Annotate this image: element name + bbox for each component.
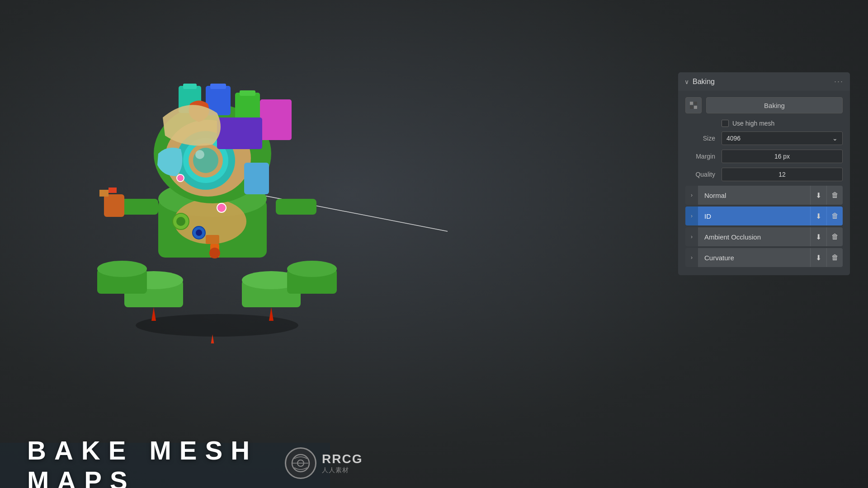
margin-input[interactable]: 16 px [722,150,843,163]
svg-marker-15 [269,307,274,321]
size-value: 4096 [726,135,741,142]
robot-scene [45,27,362,343]
svg-point-31 [195,150,204,159]
svg-point-10 [97,261,147,277]
svg-rect-43 [260,99,292,140]
baking-section-body: Baking Use high mesh Size 4096 ⌄ [678,91,850,275]
use-high-mesh-area: Use high mesh [722,120,843,127]
map-item-normal: › Normal ⬇ 🗑 [685,186,843,205]
baking-section-header[interactable]: ∨ Baking ··· [678,72,850,91]
svg-rect-45 [244,163,269,194]
svg-point-1 [136,314,298,337]
grid-cell-2 [694,102,697,105]
svg-rect-44 [217,117,262,149]
map-item-normal-download[interactable]: ⬇ [810,186,826,205]
grid-icon [690,102,697,109]
dot-indicator [176,174,184,182]
svg-rect-42 [240,90,255,96]
map-item-id-actions: ⬇ 🗑 [810,206,843,225]
map-item-curvature-expand[interactable]: › [685,248,698,267]
logo-area: RRCG 人人素材 [285,447,363,479]
map-item-ao: › Ambient Occlusion ⬇ 🗑 [685,227,843,246]
map-item-id-download[interactable]: ⬇ [810,206,826,225]
viewport: BAKE MESH MAPS RRCG 人人素材 [0,0,592,488]
map-item-curvature-label[interactable]: Curvature [698,248,810,267]
svg-point-33 [176,217,185,226]
svg-rect-23 [108,188,117,193]
logo-sub-text: 人人素材 [322,466,363,474]
svg-point-36 [217,203,226,212]
baking-section: ∨ Baking ··· Baking [678,72,850,275]
map-item-curvature-delete[interactable]: 🗑 [826,248,843,267]
size-dropdown-arrow: ⌄ [832,135,838,142]
baking-grid-icon-btn[interactable] [685,97,702,113]
map-item-ao-delete[interactable]: 🗑 [826,227,843,246]
size-row: Size 4096 ⌄ [685,131,843,145]
map-item-id-expand[interactable]: › [685,206,698,225]
map-item-ao-actions: ⬇ 🗑 [810,227,843,246]
chevron-down-icon: ∨ [684,78,689,85]
grid-cell-1 [690,102,693,105]
map-item-curvature: › Curvature ⬇ 🗑 [685,248,843,267]
grid-cell-4 [694,106,697,109]
right-panel: ∨ Baking ··· Baking [678,72,850,275]
svg-rect-21 [104,194,124,217]
map-item-ao-download[interactable]: ⬇ [810,227,826,246]
grid-cell-3 [690,106,693,109]
margin-label: Margin [685,153,722,160]
size-label: Size [685,135,722,142]
map-item-normal-delete[interactable]: 🗑 [826,186,843,205]
map-item-ao-label[interactable]: Ambient Occlusion [698,227,810,246]
svg-rect-24 [276,199,316,215]
baking-main-button[interactable]: Baking [706,97,843,113]
svg-rect-38 [210,84,226,89]
baking-btn-row: Baking [685,97,843,113]
use-high-mesh-row: Use high mesh [685,120,843,127]
svg-rect-46 [206,235,219,244]
svg-point-13 [287,261,337,277]
map-item-normal-expand[interactable]: › [685,186,698,205]
map-item-curvature-actions: ⬇ 🗑 [810,248,843,267]
map-item-normal-label[interactable]: Normal [698,186,810,205]
map-item-curvature-download[interactable]: ⬇ [810,248,826,267]
svg-rect-40 [183,84,197,89]
svg-marker-14 [151,307,156,321]
map-items-list: › Normal ⬇ 🗑 › ID ⬇ [685,186,843,267]
logo-text-block: RRCG 人人素材 [322,452,363,474]
logo-main-text: RRCG [322,452,363,466]
quality-value: 12 [778,171,786,178]
map-item-id-delete[interactable]: 🗑 [826,206,843,225]
margin-value: 16 px [774,153,790,160]
quality-row: Quality 12 [685,168,843,181]
svg-point-48 [209,248,220,258]
map-item-normal-actions: ⬇ 🗑 [810,186,843,205]
quality-input[interactable]: 12 [722,168,843,181]
map-item-ao-expand[interactable]: › [685,227,698,246]
use-high-mesh-checkbox[interactable] [722,120,729,127]
bake-text-overlay: BAKE MESH MAPS [0,443,330,488]
map-item-id-label[interactable]: ID [698,206,810,225]
section-options-icon[interactable]: ··· [834,77,844,86]
svg-point-35 [196,230,202,236]
map-item-id: › ID ⬇ 🗑 [685,206,843,225]
svg-rect-22 [99,190,108,197]
size-dropdown[interactable]: 4096 ⌄ [722,131,843,145]
section-header-left: ∨ Baking [684,78,715,86]
margin-row: Margin 16 px [685,150,843,163]
quality-label: Quality [685,171,722,178]
logo-circle [285,447,316,479]
baking-section-title: Baking [693,78,715,86]
use-high-mesh-label: Use high mesh [732,120,774,127]
